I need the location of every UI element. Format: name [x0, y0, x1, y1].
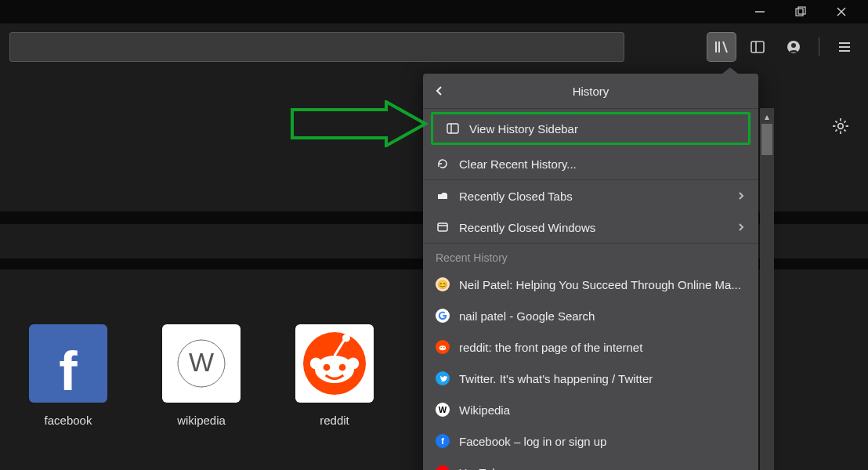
history-item[interactable]: YouTube [423, 457, 758, 470]
close-button[interactable] [829, 2, 854, 21]
gear-icon [832, 118, 849, 135]
scrollbar-thumb[interactable] [761, 124, 772, 155]
favicon-reddit [436, 340, 450, 354]
highlight-box: View History Sidebar [431, 112, 750, 145]
window-titlebar [0, 0, 868, 24]
scroll-up-arrow: ▴ [765, 111, 769, 122]
facebook-icon: f [29, 324, 107, 403]
sidebars-button[interactable] [743, 33, 772, 61]
svg-rect-2 [798, 7, 805, 14]
history-item[interactable]: f Facebook – log in or sign up [423, 425, 758, 457]
svg-point-20 [339, 364, 346, 371]
history-clear-icon [436, 157, 450, 170]
popup-title: History [423, 85, 758, 98]
item-label: Recently Closed Windows [459, 221, 727, 234]
svg-point-8 [791, 43, 796, 48]
sidebar-icon [446, 122, 460, 135]
item-label: Clear Recent History... [459, 157, 746, 171]
recent-history-heading: Recent History [423, 244, 758, 269]
svg-point-17 [310, 358, 322, 370]
item-label: nail patel - Google Search [459, 309, 746, 323]
svg-rect-1 [796, 9, 803, 16]
library-icon [714, 39, 729, 55]
svg-point-18 [347, 358, 359, 370]
favicon-twitter [436, 371, 450, 385]
svg-rect-24 [447, 124, 458, 133]
svg-point-22 [342, 334, 350, 342]
svg-text:W: W [189, 347, 214, 377]
item-label: View History Sidebar [469, 122, 736, 136]
toolbar-buttons [707, 33, 859, 61]
item-label: Wikipedia [459, 403, 746, 417]
back-button[interactable] [423, 85, 454, 96]
svg-rect-26 [438, 223, 447, 231]
windows-icon [436, 221, 450, 233]
favicon-youtube [436, 465, 450, 470]
item-label: Facebook – log in or sign up [459, 435, 746, 448]
wikipedia-icon: W [162, 324, 241, 403]
popup-scrollbar[interactable]: ▴ [760, 108, 774, 470]
chevron-right-icon [736, 190, 746, 203]
view-history-sidebar-item[interactable]: View History Sidebar [433, 114, 748, 143]
customize-gear-button[interactable] [832, 118, 849, 138]
svg-point-30 [443, 347, 445, 349]
address-bar[interactable] [9, 32, 624, 62]
top-site-wikipedia[interactable]: W wikipedia [158, 324, 244, 427]
history-item[interactable]: W Wikipedia [423, 394, 758, 425]
favicon-facebook: f [436, 434, 450, 448]
svg-point-23 [838, 124, 844, 129]
browser-toolbar [0, 24, 868, 70]
item-label: YouTube [459, 466, 746, 471]
history-item[interactable]: nail patel - Google Search [423, 300, 758, 331]
svg-point-19 [324, 364, 331, 371]
app-menu-button[interactable] [830, 33, 859, 61]
favicon-google [436, 309, 450, 323]
minimize-button[interactable] [747, 2, 772, 21]
item-label: reddit: the front page of the internet [459, 341, 746, 354]
chevron-right-icon [736, 221, 746, 234]
top-site-facebook[interactable]: f facebook [25, 324, 111, 427]
tabs-icon [436, 190, 450, 202]
item-label: Neil Patel: Helping You Succeed Through … [459, 278, 746, 291]
history-popup: History View History Sidebar Clear Recen… [423, 74, 758, 470]
recently-closed-tabs-item[interactable]: Recently Closed Tabs [423, 180, 758, 212]
history-item[interactable]: 😊 Neil Patel: Helping You Succeed Throug… [423, 269, 758, 300]
svg-rect-5 [751, 42, 764, 52]
popup-arrow [722, 67, 738, 74]
reddit-icon [295, 324, 374, 403]
top-site-label: facebook [45, 414, 92, 427]
maximize-button[interactable] [788, 2, 813, 21]
sidebar-icon [750, 39, 765, 55]
favicon-neilpatel: 😊 [436, 277, 450, 291]
item-label: Recently Closed Tabs [459, 190, 727, 203]
svg-point-28 [439, 345, 446, 350]
chevron-left-icon [434, 85, 445, 96]
clear-recent-history-item[interactable]: Clear Recent History... [423, 148, 758, 179]
history-item[interactable]: reddit: the front page of the internet [423, 331, 758, 363]
account-icon [786, 39, 801, 55]
history-item[interactable]: Twitter. It's what's happening / Twitter [423, 363, 758, 394]
hamburger-icon [837, 39, 852, 55]
account-button[interactable] [779, 33, 808, 61]
top-site-label: reddit [320, 414, 349, 427]
library-button[interactable] [707, 33, 736, 61]
popup-header: History [423, 74, 758, 108]
separator [423, 108, 758, 109]
item-label: Twitter. It's what's happening / Twitter [459, 372, 746, 385]
svg-point-29 [440, 347, 442, 349]
favicon-wikipedia: W [436, 403, 450, 417]
toolbar-divider [819, 38, 819, 56]
top-site-reddit[interactable]: reddit [291, 324, 378, 427]
recently-closed-windows-item[interactable]: Recently Closed Windows [423, 212, 758, 243]
top-site-label: wikipedia [177, 414, 226, 427]
